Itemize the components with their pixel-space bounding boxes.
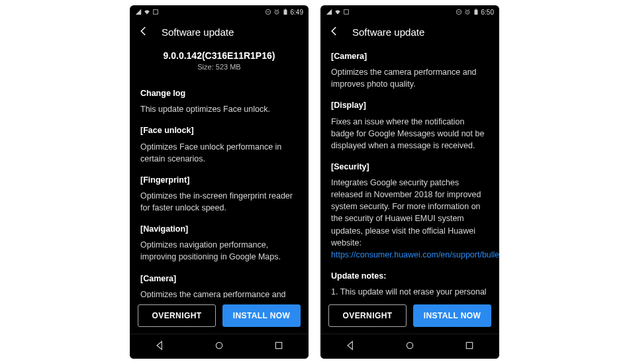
nav-recent-icon[interactable] [273, 340, 284, 353]
wifi-icon [144, 9, 150, 15]
update-note-1: 1. This update will not erase your perso… [331, 286, 489, 298]
nfc-icon [343, 9, 350, 15]
security-heading: [Security] [331, 161, 489, 173]
action-buttons: OVERNIGHT INSTALL NOW [320, 298, 499, 334]
svg-rect-7 [344, 10, 349, 15]
overnight-button[interactable]: OVERNIGHT [328, 304, 407, 327]
fingerprint-heading: [Fingerprint] [140, 174, 298, 186]
svg-rect-11 [475, 9, 477, 9]
svg-rect-0 [154, 10, 158, 15]
display-heading: [Display] [331, 99, 489, 111]
display-body: Fixes an issue where the notification ba… [331, 116, 489, 152]
security-body-text: Integrates Google security patches relea… [331, 178, 481, 248]
clock-time: 6:49 [291, 9, 303, 16]
changelog-heading: Change log [140, 87, 298, 99]
battery-icon [282, 9, 289, 15]
system-navbar [320, 334, 499, 359]
status-left-icons [326, 9, 350, 15]
update-notes-heading: Update notes: [331, 270, 489, 282]
page-title: Software update [162, 26, 234, 38]
nav-recent-icon[interactable] [464, 340, 475, 353]
faceunlock-body: Optimizes Face unlock performance in cer… [140, 141, 298, 165]
changelog-intro: This update optimizes Face unlock. [140, 103, 298, 115]
status-bar: 6:50 [320, 5, 499, 19]
install-now-button[interactable]: INSTALL NOW [413, 304, 491, 327]
battery-icon [473, 9, 479, 15]
security-body: Integrates Google security patches relea… [331, 177, 489, 261]
dnd-icon [456, 9, 462, 15]
update-size: Size: 523 MB [140, 62, 298, 73]
faceunlock-heading: [Face unlock] [140, 124, 298, 136]
phone-screenshot-1: 6:49 Software update 9.0.0.142(C316E11R1… [130, 5, 309, 359]
security-link[interactable]: https://consumer.huawei.com/en/support/b… [331, 250, 499, 259]
camera-heading: [Camera] [140, 273, 298, 285]
dnd-icon [265, 9, 271, 15]
camera-body: Optimizes the camera performance and imp… [140, 289, 298, 298]
signal-icon [135, 9, 142, 15]
svg-rect-4 [285, 9, 286, 9]
status-right-icons: 6:50 [456, 9, 494, 16]
camera-heading: [Camera] [331, 50, 489, 62]
nav-home-icon[interactable] [214, 340, 224, 353]
install-now-button[interactable]: INSTALL NOW [222, 304, 301, 327]
clock-time: 6:50 [481, 9, 494, 16]
title-bar: Software update [130, 19, 309, 45]
svg-rect-13 [466, 342, 472, 348]
back-icon[interactable] [138, 25, 150, 39]
svg-rect-10 [474, 10, 477, 15]
page-title: Software update [352, 26, 424, 38]
svg-point-5 [216, 342, 222, 348]
wifi-icon [334, 9, 341, 15]
action-buttons: OVERNIGHT INSTALL NOW [130, 298, 309, 334]
svg-rect-3 [283, 10, 287, 15]
nfc-icon [152, 9, 159, 15]
svg-point-12 [407, 342, 412, 348]
navigation-body: Optimizes navigation performance, improv… [140, 239, 298, 263]
update-content[interactable]: [Camera] Optimizes the camera performanc… [320, 45, 499, 298]
title-bar: Software update [320, 19, 499, 45]
back-icon[interactable] [328, 25, 340, 39]
update-content[interactable]: 9.0.0.142(C316E11R1P16) Size: 523 MB Cha… [130, 45, 309, 298]
svg-rect-6 [275, 342, 281, 348]
navigation-heading: [Navigation] [140, 223, 298, 235]
overnight-button[interactable]: OVERNIGHT [138, 304, 216, 327]
system-navbar [130, 334, 309, 359]
phone-screenshot-2: 6:50 Software update [Camera] Optimizes … [320, 5, 499, 359]
nav-back-icon[interactable] [345, 340, 356, 353]
status-bar: 6:49 [130, 5, 309, 19]
fingerprint-body: Optimizes the in-screen fingerprint read… [140, 190, 298, 214]
signal-icon [326, 9, 332, 15]
alarm-icon [464, 9, 471, 15]
status-right-icons: 6:49 [265, 9, 303, 16]
alarm-icon [273, 9, 280, 15]
nav-home-icon[interactable] [405, 340, 415, 353]
version-string: 9.0.0.142(C316E11R1P16) [140, 49, 298, 62]
status-left-icons [135, 9, 159, 15]
camera-body: Optimizes the camera performance and imp… [331, 66, 489, 90]
nav-back-icon[interactable] [154, 340, 165, 353]
